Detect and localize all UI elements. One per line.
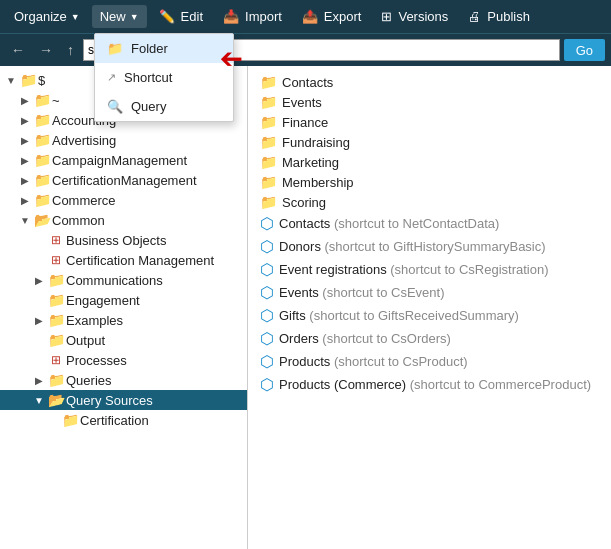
import-button[interactable]: 📥 Import <box>215 5 290 28</box>
content-products-commerce-label: Products (Commerce) (shortcut to Commerc… <box>279 377 591 392</box>
versions-button[interactable]: ⊞ Versions <box>373 5 456 28</box>
accounting-folder-icon: 📁 <box>34 112 50 128</box>
content-products-shortcut[interactable]: ⬡ Products (shortcut to CsProduct) <box>256 350 603 373</box>
membership-folder-icon: 📁 <box>260 174 277 190</box>
go-button[interactable]: Go <box>564 39 605 61</box>
tree-item-common[interactable]: ▼ 📂 Common <box>0 210 247 230</box>
processes-icon: ⊞ <box>48 352 64 368</box>
organize-label: Organize <box>14 9 67 24</box>
tree-item-certmgmt2[interactable]: ⊞ Certification Management <box>0 250 247 270</box>
tree-item-certificationmanagement[interactable]: ▶ 📁 CertificationManagement <box>0 170 247 190</box>
nav-back-button[interactable]: ← <box>6 40 30 60</box>
nav-up-button[interactable]: ↑ <box>62 40 79 60</box>
content-scoring-label: Scoring <box>282 195 326 210</box>
tree-panel: ▼ 📁 $ ▶ 📁 ~ ▶ 📁 Accounting ▶ 📁 Advertisi… <box>0 66 248 549</box>
tree-item-engagement[interactable]: 📁 Engagement <box>0 290 247 310</box>
certmgmt-folder-icon: 📁 <box>34 172 50 188</box>
tree-certmgmt2-label: Certification Management <box>66 253 214 268</box>
commerce-toggle: ▶ <box>18 193 32 207</box>
content-events-folder[interactable]: 📁 Events <box>256 92 603 112</box>
content-contacts-shortcut[interactable]: ⬡ Contacts (shortcut to NetContactData) <box>256 212 603 235</box>
tree-item-output[interactable]: 📁 Output <box>0 330 247 350</box>
orders-shortcut-icon: ⬡ <box>260 329 274 348</box>
tree-commerce-label: Commerce <box>52 193 116 208</box>
tree-output-label: Output <box>66 333 105 348</box>
dropdown-item-shortcut[interactable]: ↗ Shortcut <box>95 63 233 92</box>
tree-item-advertising[interactable]: ▶ 📁 Advertising <box>0 130 247 150</box>
tree-item-businessobjects[interactable]: ⊞ Business Objects <box>0 230 247 250</box>
tree-item-querysources[interactable]: ▼ 📂 Query Sources <box>0 390 247 410</box>
content-marketing-folder[interactable]: 📁 Marketing <box>256 152 603 172</box>
events-folder-icon: 📁 <box>260 94 277 110</box>
main-toolbar: Organize ▼ New ▼ ✏️ Edit 📥 Import 📤 Expo… <box>0 0 611 33</box>
products-commerce-shortcut-icon: ⬡ <box>260 375 274 394</box>
content-gifts-shortcut[interactable]: ⬡ Gifts (shortcut to GiftsReceivedSummar… <box>256 304 603 327</box>
content-scoring-folder[interactable]: 📁 Scoring <box>256 192 603 212</box>
content-eventregs-shortcut[interactable]: ⬡ Event registrations (shortcut to CsReg… <box>256 258 603 281</box>
content-marketing-label: Marketing <box>282 155 339 170</box>
content-membership-label: Membership <box>282 175 354 190</box>
comm-toggle: ▶ <box>32 273 46 287</box>
content-fundraising-folder[interactable]: 📁 Fundraising <box>256 132 603 152</box>
content-products-label: Products (shortcut to CsProduct) <box>279 354 468 369</box>
root-toggle: ▼ <box>4 73 18 87</box>
content-finance-folder[interactable]: 📁 Finance <box>256 112 603 132</box>
tree-advertising-label: Advertising <box>52 133 116 148</box>
content-finance-label: Finance <box>282 115 328 130</box>
tree-tilde-label: ~ <box>52 93 60 108</box>
export-button[interactable]: 📤 Export <box>294 5 370 28</box>
tree-item-communications[interactable]: ▶ 📁 Communications <box>0 270 247 290</box>
certmgmt-toggle: ▶ <box>18 173 32 187</box>
content-fundraising-label: Fundraising <box>282 135 350 150</box>
dropdown-shortcut-label: Shortcut <box>124 70 172 85</box>
gifts-shortcut-icon: ⬡ <box>260 306 274 325</box>
tree-qs-label: Query Sources <box>66 393 153 408</box>
commerce-folder-icon: 📁 <box>34 192 50 208</box>
content-contacts-folder[interactable]: 📁 Contacts <box>256 72 603 92</box>
campaign-folder-icon: 📁 <box>34 152 50 168</box>
content-donors-shortcut[interactable]: ⬡ Donors (shortcut to GiftHistorySummary… <box>256 235 603 258</box>
dropdown-item-folder[interactable]: 📁 Folder <box>95 34 233 63</box>
tree-item-campaignmanagement[interactable]: ▶ 📁 CampaignManagement <box>0 150 247 170</box>
publish-label: Publish <box>487 9 530 24</box>
tilde-folder-icon: 📁 <box>34 92 50 108</box>
export-label: Export <box>324 9 362 24</box>
content-orders-shortcut[interactable]: ⬡ Orders (shortcut to CsOrders) <box>256 327 603 350</box>
content-contacts-label: Contacts <box>282 75 333 90</box>
tree-item-examples[interactable]: ▶ 📁 Examples <box>0 310 247 330</box>
organize-dropdown-arrow: ▼ <box>71 12 80 22</box>
new-button[interactable]: New ▼ <box>92 5 147 28</box>
qs-toggle: ▼ <box>32 393 46 407</box>
eventregs-shortcut-icon: ⬡ <box>260 260 274 279</box>
engage-folder-icon: 📁 <box>48 292 64 308</box>
processes-spacer <box>32 353 46 367</box>
advertising-folder-icon: 📁 <box>34 132 50 148</box>
organize-button[interactable]: Organize ▼ <box>6 5 88 28</box>
fundraising-folder-icon: 📁 <box>260 134 277 150</box>
versions-label: Versions <box>398 9 448 24</box>
engage-spacer <box>32 293 46 307</box>
tree-item-queries[interactable]: ▶ 📁 Queries <box>0 370 247 390</box>
dropdown-item-query[interactable]: 🔍 Query <box>95 92 233 121</box>
tree-queries-label: Queries <box>66 373 112 388</box>
edit-button[interactable]: ✏️ Edit <box>151 5 211 28</box>
cert-spacer <box>46 413 60 427</box>
tree-item-commerce[interactable]: ▶ 📁 Commerce <box>0 190 247 210</box>
tree-certmgmt-label: CertificationManagement <box>52 173 197 188</box>
marketing-folder-icon: 📁 <box>260 154 277 170</box>
output-spacer <box>32 333 46 347</box>
content-eventregs-label: Event registrations (shortcut to CsRegis… <box>279 262 549 277</box>
content-membership-folder[interactable]: 📁 Membership <box>256 172 603 192</box>
tree-common-label: Common <box>52 213 105 228</box>
nav-forward-button[interactable]: → <box>34 40 58 60</box>
root-folder-icon: 📁 <box>20 72 36 88</box>
publish-button[interactable]: 🖨 Publish <box>460 5 538 28</box>
content-products-commerce-shortcut[interactable]: ⬡ Products (Commerce) (shortcut to Comme… <box>256 373 603 396</box>
qs-folder-icon: 📂 <box>48 392 64 408</box>
examples-toggle: ▶ <box>32 313 46 327</box>
tree-item-certification[interactable]: 📁 Certification <box>0 410 247 430</box>
content-events-shortcut[interactable]: ⬡ Events (shortcut to CsEvent) <box>256 281 603 304</box>
content-contacts-shortcut-label: Contacts (shortcut to NetContactData) <box>279 216 499 231</box>
tree-item-processes[interactable]: ⊞ Processes <box>0 350 247 370</box>
tree-certification-label: Certification <box>80 413 149 428</box>
